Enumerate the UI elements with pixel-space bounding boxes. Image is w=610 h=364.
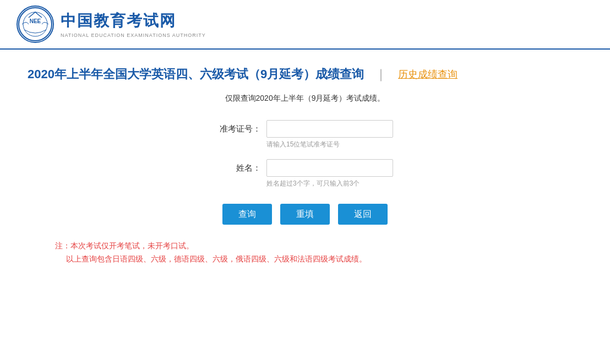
name-field-row: 姓名： xyxy=(217,159,393,177)
note-line-1: 注：本次考试仅开考笔试，未开考口试。 xyxy=(55,241,582,251)
ticket-label: 准考证号： xyxy=(217,124,261,134)
svg-text:NEE: NEE xyxy=(30,18,41,24)
logo-sub-text: NATIONAL EDUCATION EXAMINATIONS AUTHORIT… xyxy=(61,32,206,38)
name-hint: 姓名超过3个字，可只输入前3个 xyxy=(266,179,393,188)
note-line-2: 以上查询包含日语四级、六级，德语四级、六级，俄语四级、六级和法语四级考试成绩。 xyxy=(55,254,582,264)
title-divider: ｜ xyxy=(375,66,387,83)
logo-container: NEE 中国教育考试网 NATIONAL EDUCATION EXAMINATI… xyxy=(17,6,206,43)
title-row: 2020年上半年全国大学英语四、六级考试（9月延考）成绩查询 ｜ 历史成绩查询 xyxy=(28,66,582,83)
button-row: 查询 重填 返回 xyxy=(222,204,388,225)
name-input[interactable] xyxy=(266,159,393,177)
query-button[interactable]: 查询 xyxy=(222,204,272,225)
logo-icon: NEE xyxy=(17,6,54,43)
name-row: 姓名： 姓名超过3个字，可只输入前3个 xyxy=(217,159,393,188)
ticket-field-row: 准考证号： xyxy=(217,120,393,138)
ticket-hint: 请输入15位笔试准考证号 xyxy=(266,140,393,149)
site-header: NEE 中国教育考试网 NATIONAL EDUCATION EXAMINATI… xyxy=(0,0,610,50)
logo-text: 中国教育考试网 NATIONAL EDUCATION EXAMINATIONS … xyxy=(61,10,206,38)
logo-main-text: 中国教育考试网 xyxy=(61,10,206,31)
name-label: 姓名： xyxy=(217,163,261,173)
ticket-input[interactable] xyxy=(266,120,393,138)
svg-point-0 xyxy=(19,8,52,41)
ticket-number-row: 准考证号： 请输入15位笔试准考证号 xyxy=(217,120,393,149)
page-title: 2020年上半年全国大学英语四、六级考试（9月延考）成绩查询 xyxy=(28,66,364,83)
svg-point-1 xyxy=(23,12,47,36)
subtitle-text: 仅限查询2020年上半年（9月延考）考试成绩。 xyxy=(28,94,582,104)
back-button[interactable]: 返回 xyxy=(338,204,388,225)
notes-section: 注：本次考试仅开考笔试，未开考口试。 以上查询包含日语四级、六级，德语四级、六级… xyxy=(28,241,582,264)
query-form: 准考证号： 请输入15位笔试准考证号 姓名： 姓名超过3个字，可只输入前3个 查… xyxy=(28,120,582,225)
main-content: 2020年上半年全国大学英语四、六级考试（9月延考）成绩查询 ｜ 历史成绩查询 … xyxy=(0,50,610,281)
reset-button[interactable]: 重填 xyxy=(280,204,330,225)
history-link[interactable]: 历史成绩查询 xyxy=(398,68,458,81)
